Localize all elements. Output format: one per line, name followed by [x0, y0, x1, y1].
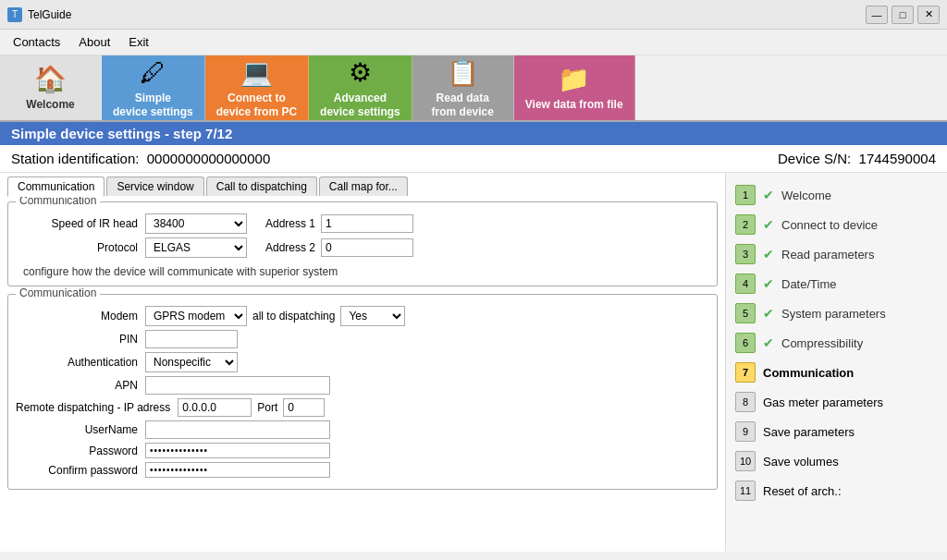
view-data-icon: 📁 [558, 64, 590, 94]
nav-tab-connect[interactable]: 💻 Connect todevice from PC [205, 55, 309, 120]
password-row: Password [16, 443, 709, 458]
address2-input[interactable] [321, 238, 413, 257]
step-check-4: ✔ [763, 276, 774, 291]
nav-tab-simple-settings[interactable]: 🖊 Simpledevice settings [102, 55, 205, 120]
nav-tab-view-data-label: View data from file [525, 98, 623, 111]
step-num-5: 5 [735, 303, 756, 323]
apn-input[interactable] [145, 376, 330, 395]
step-item-3[interactable]: 3✔Read parameters [726, 239, 947, 269]
step-label-9: Save parameters [763, 425, 855, 439]
modem-label: Modem [16, 310, 145, 323]
step-num-3: 3 [735, 244, 756, 264]
advanced-icon: ⚙ [349, 57, 372, 88]
pin-label: PIN [16, 333, 145, 346]
station-identification: Station identification: 0000000000000000 [11, 151, 270, 166]
step-item-10[interactable]: 10Save volumes [726, 446, 947, 476]
call-dispatching-select[interactable]: Yes [340, 306, 405, 326]
nav-tab-welcome-label: Welcome [26, 98, 74, 111]
remote-ip-row: Remote dispatching - IP adress Port [16, 398, 709, 417]
nav-bar: 🏠 Welcome 🖊 Simpledevice settings 💻 Conn… [0, 55, 947, 122]
step-item-4[interactable]: 4✔Date/Time [726, 269, 947, 298]
nav-tab-advanced-label: Advanceddevice settings [320, 91, 400, 118]
step-item-2[interactable]: 2✔Connect to device [726, 210, 947, 239]
step-num-1: 1 [735, 185, 756, 205]
nav-tab-connect-label: Connect todevice from PC [216, 91, 297, 118]
right-panel: 1✔Welcome2✔Connect to device3✔Read param… [725, 173, 947, 552]
speed-select[interactable]: 38400 [145, 213, 247, 234]
step-label-7: Communication [763, 366, 854, 380]
confirm-password-label: Confirm password [16, 464, 145, 477]
step-num-7: 7 [735, 362, 756, 383]
step-item-11[interactable]: 11Reset of arch.: [726, 476, 947, 505]
port-input[interactable] [283, 398, 325, 417]
title-bar: T TelGuide — □ ✕ [0, 0, 947, 30]
connect-icon: 💻 [240, 57, 273, 88]
station-row: Station identification: 0000000000000000… [0, 145, 947, 173]
protocol-select[interactable]: ELGAS [145, 237, 247, 258]
step-item-7[interactable]: 7Communication [726, 358, 947, 387]
address1-label: Address 1 [247, 217, 321, 230]
left-panel: Communication Service window Call to dis… [0, 173, 725, 552]
step-label-3: Read parameters [781, 248, 874, 262]
modem-select[interactable]: GPRS modem [145, 306, 247, 326]
username-label: UserName [16, 423, 145, 436]
nav-tab-view-data[interactable]: 📁 View data from file [514, 55, 635, 120]
minimize-button[interactable]: — [866, 6, 888, 24]
step-check-3: ✔ [763, 247, 774, 262]
protocol-label: Protocol [16, 241, 145, 254]
auth-label: Authentication [16, 356, 145, 369]
step-item-9[interactable]: 9Save parameters [726, 417, 947, 446]
remote-ip-label: Remote dispatching - IP adress [16, 401, 178, 414]
sub-tab-call-map[interactable]: Call map for... [319, 177, 408, 196]
step-label-10: Save volumes [763, 455, 839, 469]
speed-row: Speed of IR head 38400 Address 1 [16, 213, 709, 234]
step-check-5: ✔ [763, 306, 774, 321]
pin-input[interactable] [145, 330, 238, 348]
step-num-8: 8 [735, 392, 756, 412]
username-input[interactable] [145, 420, 330, 439]
protocol-row: Protocol ELGAS Address 2 [16, 237, 709, 258]
step-item-1[interactable]: 1✔Welcome [726, 180, 947, 210]
step-label-11: Reset of arch.: [763, 484, 842, 498]
menu-contacts[interactable]: Contacts [4, 31, 69, 53]
step-label-1: Welcome [781, 189, 831, 202]
menu-about[interactable]: About [69, 31, 119, 53]
nav-tab-advanced[interactable]: ⚙ Advanceddevice settings [309, 55, 412, 120]
step-check-1: ✔ [763, 188, 774, 202]
nav-tab-welcome[interactable]: 🏠 Welcome [0, 55, 102, 120]
welcome-icon: 🏠 [34, 64, 67, 94]
step-num-9: 9 [735, 421, 756, 442]
modem-row: Modem GPRS modem all to dispatching Yes [16, 306, 709, 326]
step-label-5: System parameters [781, 307, 886, 321]
menu-exit[interactable]: Exit [119, 31, 158, 53]
address1-input[interactable] [321, 214, 413, 233]
sub-tab-call-to-dispatching[interactable]: Call to dispatching [206, 177, 317, 196]
port-label: Port [252, 401, 283, 414]
auth-row: Authentication Nonspecific [16, 352, 709, 372]
pin-row: PIN [16, 330, 709, 348]
close-button[interactable]: ✕ [917, 6, 940, 24]
step-label-2: Connect to device [781, 218, 878, 232]
sub-tab-service-window[interactable]: Service window [106, 177, 203, 196]
device-serial-number: Device S/N: 1744590004 [778, 151, 936, 166]
step-item-5[interactable]: 5✔System parameters [726, 298, 947, 328]
simple-settings-icon: 🖊 [140, 57, 166, 88]
comm-group2-title: Communication [16, 286, 100, 299]
auth-select[interactable]: Nonspecific [145, 352, 238, 372]
step-label-8: Gas meter parameters [763, 396, 883, 409]
read-data-icon: 📋 [447, 57, 479, 88]
step-check-6: ✔ [763, 335, 774, 350]
step-num-4: 4 [735, 274, 756, 294]
sub-tab-communication[interactable]: Communication [7, 177, 105, 197]
remote-ip-input[interactable] [178, 398, 252, 417]
step-item-8[interactable]: 8Gas meter parameters [726, 387, 947, 417]
menu-bar: Contacts About Exit [0, 30, 947, 55]
confirm-password-input[interactable] [145, 462, 330, 478]
speed-label: Speed of IR head [16, 217, 145, 230]
password-input[interactable] [145, 443, 330, 458]
communication-group-1: Communication Speed of IR head 38400 Add… [7, 201, 718, 286]
maximize-button[interactable]: □ [892, 6, 914, 24]
step-item-6[interactable]: 6✔Compressibility [726, 328, 947, 358]
call-dispatching-label: all to dispatching [247, 310, 340, 323]
nav-tab-read-data[interactable]: 📋 Read datafrom device [412, 55, 514, 120]
